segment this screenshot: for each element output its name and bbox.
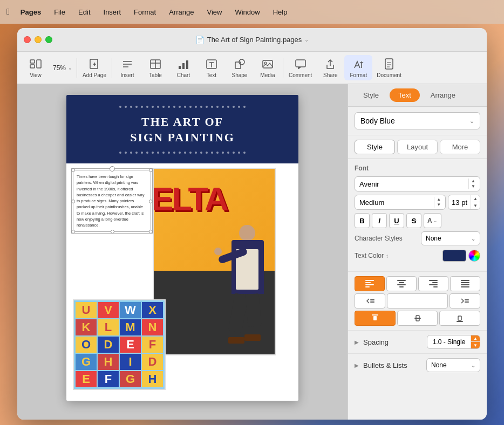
tab-style[interactable]: Style: [355, 88, 387, 102]
valign-top-button[interactable]: [355, 311, 396, 326]
toolbar-view[interactable]: View: [22, 55, 50, 80]
text-color-swatch[interactable]: [442, 250, 466, 262]
bullets-select[interactable]: None ⌄: [426, 358, 480, 372]
underline-button[interactable]: U: [389, 213, 404, 228]
subtab-layout[interactable]: Layout: [397, 140, 438, 154]
char-styles-select[interactable]: None ⌄: [421, 231, 480, 245]
italic-button[interactable]: I: [372, 213, 387, 228]
indent-row: [355, 293, 480, 309]
svg-rect-55: [458, 316, 461, 320]
subtab-style[interactable]: Style: [355, 140, 395, 154]
doc-bottom-image: U V W X K L M N O D E F G: [73, 299, 166, 390]
font-name-up[interactable]: ▲: [471, 179, 475, 184]
font-size-up[interactable]: ▲: [471, 195, 480, 202]
svg-rect-18: [235, 62, 241, 68]
header-dots-top: [79, 106, 285, 108]
tab-text[interactable]: Text: [390, 88, 420, 102]
chart-icon: [176, 57, 190, 71]
indent-increase-button[interactable]: [449, 293, 480, 309]
handle-mr[interactable]: [149, 200, 153, 203]
bold-button[interactable]: B: [355, 213, 370, 228]
menubar-insert[interactable]: Insert: [101, 7, 124, 17]
font-name-down[interactable]: ▼: [471, 184, 475, 189]
svg-rect-1: [30, 65, 35, 68]
bullets-chevron: ▶: [355, 362, 359, 368]
media-icon: [261, 57, 275, 71]
handle-ml[interactable]: [71, 200, 75, 203]
minimize-button[interactable]: [35, 36, 42, 43]
tab-arrange[interactable]: Arrange: [422, 88, 464, 102]
v-align-row: [355, 311, 480, 326]
strikethrough-button[interactable]: S: [406, 213, 421, 228]
handle-bl[interactable]: [71, 230, 75, 234]
align-left-button[interactable]: [355, 276, 385, 291]
panel-tabs: Style Text Arrange: [348, 84, 487, 107]
spacing-down[interactable]: ▼: [471, 342, 480, 348]
svg-rect-20: [263, 60, 273, 68]
spacing-label: Spacing: [363, 338, 389, 346]
menubar-file[interactable]: File: [52, 7, 67, 17]
canvas-area[interactable]: THE ART OF SIGN PAINTING: [17, 84, 348, 420]
toolbar-insert-label: Insert: [120, 72, 134, 78]
svg-rect-0: [30, 60, 35, 63]
menubar-help[interactable]: Help: [271, 7, 290, 17]
handle-br[interactable]: [149, 230, 153, 234]
toolbar-format[interactable]: Format: [344, 55, 372, 80]
toolbar-insert[interactable]: Insert: [113, 55, 141, 80]
font-color-picker[interactable]: A ⌄: [424, 213, 441, 228]
handle-tl[interactable]: [71, 168, 75, 172]
toolbar-table[interactable]: Table: [141, 55, 169, 80]
valign-bottom-button[interactable]: [439, 311, 480, 326]
subtab-more[interactable]: More: [440, 140, 480, 154]
align-right-button[interactable]: [418, 276, 448, 291]
char-styles-row: Character Styles None ⌄: [355, 231, 480, 245]
close-button[interactable]: [24, 36, 31, 43]
fullscreen-button[interactable]: [45, 36, 52, 43]
toolbar-comment[interactable]: Comment: [284, 55, 316, 80]
font-section: Font Avenir ▲ ▼ Medium: [348, 159, 487, 272]
toolbar-document[interactable]: Document: [372, 55, 406, 80]
menubar-arrange[interactable]: Arrange: [167, 7, 196, 17]
toolbar-chart[interactable]: Chart: [169, 55, 197, 80]
toolbar-add-page[interactable]: Add Page: [78, 55, 111, 80]
toolbar-separator-1: [77, 58, 77, 78]
bullets-row[interactable]: ▶ Bullets & Lists None ⌄: [348, 354, 487, 376]
text-color-arrows: ↕: [386, 253, 389, 259]
menubar-window[interactable]: Window: [233, 7, 262, 17]
toolbar-text[interactable]: Text: [197, 55, 226, 80]
font-weight-up[interactable]: ▲: [437, 197, 441, 202]
style-dropdown[interactable]: Body Blue ⌄: [355, 112, 480, 129]
menubar-pages[interactable]: Pages: [18, 7, 43, 17]
toolbar-share[interactable]: Share: [316, 55, 344, 80]
toolbar-chart-label: Chart: [177, 72, 190, 78]
font-size-down[interactable]: ▼: [471, 202, 480, 209]
spacing-row[interactable]: ▶ Spacing 1.0 - Single ▲ ▼: [348, 331, 487, 354]
toolbar-format-label: Format: [350, 72, 367, 78]
svg-rect-51: [373, 316, 377, 320]
doc-text-box[interactable]: Times have been tough for sign painters.…: [73, 170, 151, 232]
font-weight-down[interactable]: ▼: [437, 202, 441, 208]
font-label: Font: [355, 164, 480, 172]
app-window: 📄 The Art of Sign Painting.pages ⌄ View …: [17, 28, 487, 420]
menubar-edit[interactable]: Edit: [76, 7, 92, 17]
toolbar-shape[interactable]: Shape: [226, 55, 254, 80]
align-justify-button[interactable]: [450, 276, 480, 291]
align-center-button[interactable]: [386, 276, 417, 291]
svg-rect-33: [365, 286, 370, 287]
spacing-chevron: ▶: [355, 339, 359, 345]
menubar-format[interactable]: Format: [132, 7, 158, 17]
apple-icon[interactable]: : [6, 7, 10, 17]
right-panel: Style Text Arrange Body Blue ⌄ Style Lay…: [348, 84, 487, 420]
spacing-up[interactable]: ▲: [471, 335, 480, 342]
indent-decrease-button[interactable]: [355, 293, 385, 309]
menubar-view[interactable]: View: [205, 7, 224, 17]
toolbar-media[interactable]: Media: [254, 55, 282, 80]
handle-bm[interactable]: [111, 230, 114, 234]
document-icon: [382, 57, 396, 71]
font-weight-select[interactable]: Medium ▲ ▼: [355, 195, 446, 210]
toolbar-zoom[interactable]: 75% ⌄: [50, 62, 76, 74]
text-color-rainbow[interactable]: [468, 250, 480, 262]
handle-tr[interactable]: [149, 168, 153, 172]
font-name-select[interactable]: Avenir ▲ ▼: [355, 176, 480, 191]
valign-middle-button[interactable]: [397, 311, 438, 326]
